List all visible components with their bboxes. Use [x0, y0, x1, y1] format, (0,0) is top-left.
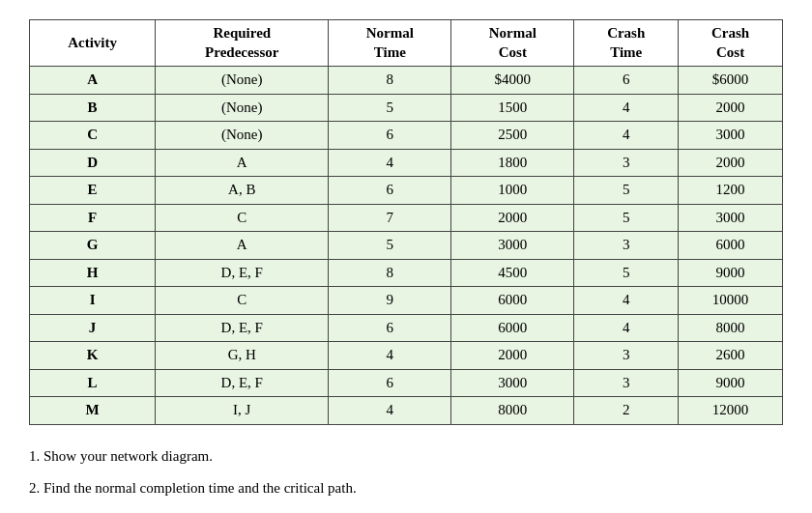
cell-crash-time: 3	[574, 369, 679, 397]
table-row: C (None) 6 2500 4 3000	[30, 122, 783, 150]
cell-crash-cost: 3000	[679, 122, 783, 150]
cell-activity: B	[30, 94, 156, 122]
cell-normal-cost: 2000	[451, 204, 574, 232]
cell-crash-cost: 2000	[679, 94, 783, 122]
table-row: F C 7 2000 5 3000	[30, 204, 783, 232]
cell-normal-cost: 1800	[451, 149, 574, 177]
cell-crash-cost: 6000	[679, 232, 783, 260]
cell-normal-time: 4	[329, 397, 451, 425]
header-crash-time: CrashTime	[574, 20, 679, 67]
question-1: 1. Show your network diagram.	[29, 448, 783, 465]
cell-predecessor: I, J	[156, 397, 329, 425]
main-table-container: Activity RequiredPredecessor NormalTime …	[29, 19, 783, 425]
table-row: H D, E, F 8 4500 5 9000	[30, 259, 783, 287]
table-row: K G, H 4 2000 3 2600	[30, 342, 783, 370]
cell-normal-cost: 2000	[451, 342, 574, 370]
cell-normal-time: 6	[329, 314, 451, 342]
cell-crash-time: 3	[574, 149, 679, 177]
cell-predecessor: C	[156, 287, 329, 315]
cell-crash-cost: 10000	[679, 287, 783, 315]
cell-normal-time: 4	[329, 149, 451, 177]
cell-normal-cost: 6000	[451, 314, 574, 342]
cell-normal-cost: 2500	[451, 122, 574, 150]
cell-normal-time: 4	[329, 342, 451, 370]
cell-normal-time: 8	[329, 259, 451, 287]
questions-section: 1. Show your network diagram. 2. Find th…	[29, 448, 783, 514]
cell-crash-time: 4	[574, 314, 679, 342]
header-normal-time: NormalTime	[329, 20, 451, 67]
table-row: B (None) 5 1500 4 2000	[30, 94, 783, 122]
cell-crash-time: 5	[574, 177, 679, 205]
cell-normal-cost: 8000	[451, 397, 574, 425]
cell-crash-cost: 9000	[679, 259, 783, 287]
cell-crash-cost: 1200	[679, 177, 783, 205]
question-1-number: 1.	[29, 448, 44, 464]
cell-crash-time: 5	[574, 259, 679, 287]
table-row: A (None) 8 $4000 6 $6000	[30, 67, 783, 95]
cell-crash-time: 4	[574, 94, 679, 122]
question-1-text: Show your network diagram.	[44, 448, 213, 464]
cell-activity: J	[30, 314, 156, 342]
cell-crash-time: 4	[574, 287, 679, 315]
table-row: M I, J 4 8000 2 12000	[30, 397, 783, 425]
cell-crash-time: 2	[574, 397, 679, 425]
cell-normal-cost: 4500	[451, 259, 574, 287]
cell-crash-time: 4	[574, 122, 679, 150]
cell-crash-cost: 12000	[679, 397, 783, 425]
header-normal-cost: NormalCost	[451, 20, 574, 67]
table-row: G A 5 3000 3 6000	[30, 232, 783, 260]
cell-normal-time: 9	[329, 287, 451, 315]
cell-normal-cost: 3000	[451, 232, 574, 260]
cell-predecessor: D, E, F	[156, 259, 329, 287]
cell-normal-cost: $4000	[451, 67, 574, 95]
table-row: J D, E, F 6 6000 4 8000	[30, 314, 783, 342]
cell-activity: F	[30, 204, 156, 232]
header-crash-cost: CrashCost	[679, 20, 783, 67]
cell-predecessor: A, B	[156, 177, 329, 205]
cell-predecessor: D, E, F	[156, 369, 329, 397]
question-2-number: 2.	[29, 480, 44, 496]
cell-activity: M	[30, 397, 156, 425]
cell-predecessor: (None)	[156, 67, 329, 95]
cell-activity: C	[30, 122, 156, 150]
cell-normal-time: 6	[329, 122, 451, 150]
cell-activity: I	[30, 287, 156, 315]
cell-normal-time: 7	[329, 204, 451, 232]
cell-normal-time: 6	[329, 369, 451, 397]
cell-activity: G	[30, 232, 156, 260]
cell-crash-cost: 3000	[679, 204, 783, 232]
table-row: E A, B 6 1000 5 1200	[30, 177, 783, 205]
cell-normal-time: 8	[329, 67, 451, 95]
cell-crash-cost: 2600	[679, 342, 783, 370]
cell-normal-time: 5	[329, 94, 451, 122]
header-predecessor: RequiredPredecessor	[156, 20, 329, 67]
header-activity: Activity	[30, 20, 156, 67]
table-row: I C 9 6000 4 10000	[30, 287, 783, 315]
cell-predecessor: A	[156, 149, 329, 177]
cell-normal-cost: 1000	[451, 177, 574, 205]
table-row: L D, E, F 6 3000 3 9000	[30, 369, 783, 397]
cell-activity: K	[30, 342, 156, 370]
cell-normal-time: 6	[329, 177, 451, 205]
cell-normal-cost: 3000	[451, 369, 574, 397]
cell-normal-cost: 1500	[451, 94, 574, 122]
table-row: D A 4 1800 3 2000	[30, 149, 783, 177]
cell-predecessor: C	[156, 204, 329, 232]
cell-crash-cost: 8000	[679, 314, 783, 342]
cell-predecessor: A	[156, 232, 329, 260]
cell-crash-cost: 2000	[679, 149, 783, 177]
cell-normal-cost: 6000	[451, 287, 574, 315]
cell-normal-time: 5	[329, 232, 451, 260]
cell-crash-time: 3	[574, 232, 679, 260]
cell-activity: L	[30, 369, 156, 397]
question-2-text: Find the normal completion time and the …	[44, 480, 357, 496]
cell-activity: H	[30, 259, 156, 287]
cell-crash-time: 3	[574, 342, 679, 370]
cell-predecessor: D, E, F	[156, 314, 329, 342]
cell-crash-time: 6	[574, 67, 679, 95]
cell-activity: D	[30, 149, 156, 177]
cell-predecessor: (None)	[156, 94, 329, 122]
question-2: 2. Find the normal completion time and t…	[29, 480, 783, 497]
cell-predecessor: G, H	[156, 342, 329, 370]
cell-crash-cost: $6000	[679, 67, 783, 95]
